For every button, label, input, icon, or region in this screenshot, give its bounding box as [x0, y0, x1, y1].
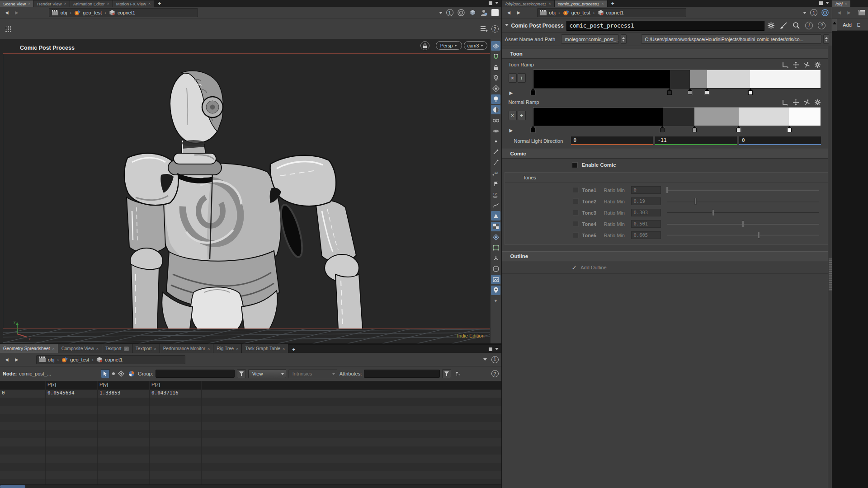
- section-outline[interactable]: Outline: [502, 251, 832, 261]
- ramp-stop-handle[interactable]: [705, 90, 709, 95]
- close-icon[interactable]: ×: [96, 347, 99, 351]
- new-tab-button[interactable]: +: [608, 0, 618, 7]
- tone3-ratio-min-field[interactable]: 0.303: [631, 209, 661, 216]
- prim-numbers-icon[interactable]: 12: [491, 190, 500, 199]
- tone5-ratio-min-slider[interactable]: [667, 231, 820, 239]
- ramp-shape-icon[interactable]: [782, 99, 788, 106]
- collapse-icon[interactable]: [505, 24, 509, 28]
- close-icon[interactable]: ×: [602, 1, 604, 6]
- slider-handle[interactable]: [666, 187, 668, 193]
- ramp-stop-handle[interactable]: [667, 90, 672, 95]
- close-icon[interactable]: ×: [283, 347, 285, 351]
- tab-render-view[interactable]: Render View ×: [34, 0, 70, 7]
- gear-icon[interactable]: [767, 22, 775, 29]
- tab-textport-2[interactable]: Textport×: [132, 344, 160, 353]
- tab-composite-view[interactable]: Composite View×: [58, 344, 102, 353]
- ramp-stop-handle[interactable]: [748, 90, 753, 95]
- snapshot-pin-icon[interactable]: [491, 286, 500, 295]
- section-comic[interactable]: Comic: [502, 149, 832, 159]
- close-icon[interactable]: ×: [845, 1, 847, 6]
- ramp-move-icon[interactable]: [793, 61, 799, 68]
- close-icon[interactable]: ×: [154, 347, 156, 351]
- curve-hulls-icon[interactable]: [491, 201, 500, 210]
- ramp-stop-handle[interactable]: [531, 90, 535, 95]
- close-icon[interactable]: ×: [107, 1, 109, 6]
- pin-dot-icon[interactable]: [112, 372, 115, 375]
- asset-name-spinner[interactable]: [621, 34, 627, 44]
- column-header-px[interactable]: P[x]: [45, 381, 97, 389]
- tone4-checkbox[interactable]: [573, 221, 579, 227]
- ramp-add-point-button[interactable]: +: [518, 73, 526, 83]
- tones-section-title[interactable]: Tones: [505, 173, 830, 183]
- column-header-pz[interactable]: P[z]: [149, 381, 201, 389]
- new-tab-button[interactable]: +: [288, 347, 299, 353]
- tab-comic-post-process1[interactable]: comic_post_process1 ×: [555, 0, 608, 7]
- new-tab-button[interactable]: +: [154, 0, 165, 7]
- attributes-pin-icon[interactable]: [453, 370, 462, 378]
- normal-lighting-icon[interactable]: [491, 84, 500, 93]
- tone4-ratio-min-field[interactable]: 0.501: [631, 220, 661, 228]
- normal-ramp-bar[interactable]: [533, 107, 821, 126]
- group-input[interactable]: [156, 370, 235, 378]
- help-icon[interactable]: ?: [491, 25, 499, 33]
- back-icon[interactable]: ◄: [505, 9, 513, 16]
- path-dropdown-icon[interactable]: [439, 12, 443, 16]
- ramp-delete-point-button[interactable]: ×: [509, 73, 517, 83]
- tone1-ratio-min-field[interactable]: 0: [631, 186, 661, 194]
- ramp-options-gear-icon[interactable]: [814, 61, 821, 68]
- asset-path-dropdown[interactable]: C:/Users/plasmo/workspace/HoudiniProject…: [641, 34, 822, 44]
- point-markers-icon[interactable]: [491, 179, 500, 189]
- tone3-checkbox[interactable]: [573, 210, 579, 216]
- breadcrumb-copnet1[interactable]: copnet1: [109, 9, 135, 16]
- tab-scene-view[interactable]: Scene View ×: [0, 0, 34, 7]
- tab-geometry-spreadsheet[interactable]: Geometry Spreadsheet×: [0, 344, 58, 353]
- tab-textport-1[interactable]: Textport×: [102, 344, 132, 353]
- asset-path-spinner[interactable]: [823, 34, 829, 44]
- close-icon[interactable]: ×: [236, 347, 238, 351]
- slider-handle[interactable]: [742, 221, 744, 227]
- point-display-icon[interactable]: [491, 137, 500, 146]
- link-badge[interactable]: 1: [446, 9, 453, 16]
- follow-target-icon[interactable]: [457, 9, 465, 17]
- pane-menu-icon[interactable]: [826, 2, 829, 6]
- snap-icon[interactable]: [491, 52, 500, 61]
- group-filter-button[interactable]: [237, 369, 246, 378]
- breadcrumb-geo-test[interactable]: geo_test: [563, 9, 590, 16]
- tone5-ratio-min-field[interactable]: 0.605: [631, 231, 661, 239]
- tab-rig-tree[interactable]: Rig Tree×: [213, 344, 242, 353]
- tab-motion-fx-view[interactable]: Motion FX View ×: [113, 0, 155, 7]
- breadcrumb-obj[interactable]: obj: [540, 10, 556, 16]
- tab-task-graph-table[interactable]: Task Graph Table×: [242, 344, 288, 353]
- forward-icon[interactable]: ►: [13, 9, 21, 16]
- menu-edit[interactable]: E: [857, 22, 860, 28]
- close-icon[interactable]: ×: [52, 347, 54, 351]
- search-icon[interactable]: [793, 22, 800, 29]
- tab-copnet-path[interactable]: /obj/geo_test/copnet1 ×: [502, 0, 555, 7]
- image-plane-icon[interactable]: [491, 275, 500, 284]
- ramp-options-gear-icon[interactable]: [814, 99, 821, 106]
- view-layout-icon[interactable]: [491, 41, 500, 51]
- color-swatch-icon[interactable]: [491, 9, 499, 16]
- intrinsics-dropdown[interactable]: Intrinsics: [288, 369, 337, 378]
- object-visibility-icon[interactable]: [491, 126, 500, 136]
- ramp-shape-icon[interactable]: [782, 61, 788, 68]
- slider-handle[interactable]: [694, 198, 697, 205]
- forward-icon[interactable]: ►: [13, 357, 21, 363]
- info-icon[interactable]: i: [805, 22, 813, 29]
- slider-handle[interactable]: [758, 232, 760, 239]
- maximize-pane-icon[interactable]: [819, 1, 823, 5]
- xray-glasses-icon[interactable]: [491, 116, 500, 125]
- close-icon[interactable]: ×: [548, 1, 551, 6]
- tab-obj-network[interactable]: /obj ×: [832, 0, 851, 7]
- tone3-ratio-min-slider[interactable]: [667, 209, 820, 216]
- ramp-scale-icon[interactable]: [803, 61, 810, 68]
- network-editor-canvas[interactable]: [832, 31, 868, 488]
- horizontal-scrollbar[interactable]: [0, 484, 501, 488]
- link-badge[interactable]: 1: [810, 9, 817, 16]
- point-trails-icon[interactable]: [491, 158, 500, 168]
- scene-viewport[interactable]: y x Comic Post Process Persp cam3 Indie …: [0, 39, 490, 343]
- group-box-icon[interactable]: [491, 243, 500, 253]
- ramp-scale-icon[interactable]: [803, 99, 810, 106]
- asset-name-dropdown[interactable]: molegoro::comic_post_...: [561, 34, 619, 44]
- ramp-stop-handle[interactable]: [531, 128, 535, 132]
